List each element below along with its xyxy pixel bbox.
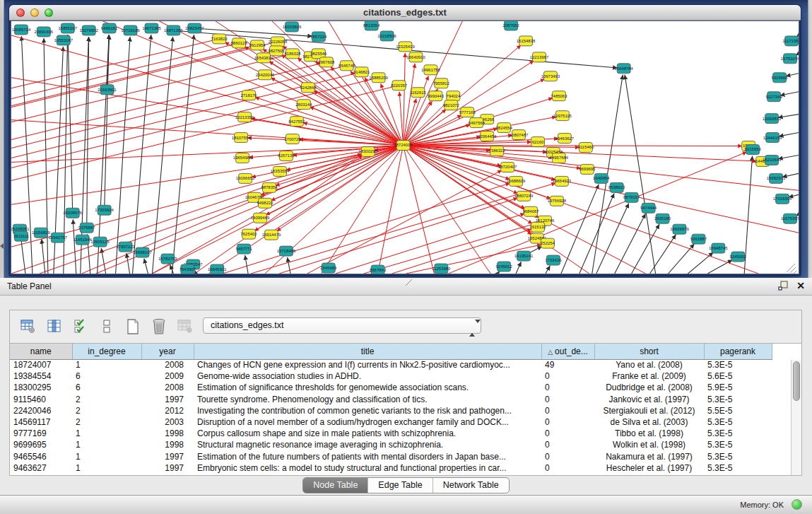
graph-node[interactable]: 9699695 bbox=[579, 164, 596, 174]
graph-node[interactable]: 8912954 bbox=[249, 40, 266, 50]
graph-node[interactable]: 2718176 bbox=[240, 90, 257, 100]
left-splitter-strip[interactable] bbox=[0, 0, 4, 278]
table-options-icon[interactable] bbox=[17, 316, 40, 337]
graph-node[interactable]: 9245012 bbox=[495, 262, 512, 271]
tab-edge-table[interactable]: Edge Table bbox=[367, 478, 432, 493]
graph-node[interactable]: 10553267 bbox=[54, 35, 73, 45]
graph-edge[interactable] bbox=[378, 146, 404, 274]
graph-node[interactable]: 16958107 bbox=[133, 247, 152, 257]
graph-node[interactable]: 11675357 bbox=[781, 214, 799, 223]
float-panel-icon[interactable] bbox=[778, 281, 788, 291]
graph-node[interactable]: 8186328 bbox=[284, 49, 301, 59]
graph-edge[interactable] bbox=[404, 146, 556, 180]
graph-node[interactable]: 12444159 bbox=[763, 133, 782, 143]
graph-node[interactable]: 18107554 bbox=[232, 133, 251, 143]
show-columns-icon[interactable] bbox=[69, 316, 92, 337]
graph-node[interactable]: 11156829 bbox=[32, 228, 50, 238]
right-splitter-strip[interactable] bbox=[808, 0, 812, 278]
graph-node[interactable]: 16948745 bbox=[709, 243, 728, 253]
graph-node[interactable]: 9498222 bbox=[257, 198, 273, 208]
graph-node[interactable]: 1162615 bbox=[410, 88, 426, 98]
graph-node[interactable]: 16939979 bbox=[670, 224, 689, 234]
graph-node[interactable]: 8813054 bbox=[363, 21, 380, 30]
graph-node[interactable]: 9457771 bbox=[235, 244, 252, 254]
graph-node[interactable]: 7857224 bbox=[310, 32, 327, 42]
column-header-year[interactable]: year bbox=[141, 344, 194, 359]
network-view-window[interactable]: citations_edges.txt 18724007183002957163… bbox=[9, 5, 801, 276]
graph-node[interactable]: 1640954 bbox=[593, 173, 610, 183]
graph-node[interactable]: 9821072 bbox=[443, 100, 460, 110]
table-chooser-dropdown[interactable]: citations_edges.txt bbox=[203, 317, 481, 334]
graph-node[interactable]: 12093872 bbox=[763, 114, 782, 124]
graph-edge[interactable] bbox=[404, 146, 551, 199]
graph-node[interactable]: 62160 bbox=[531, 137, 545, 147]
graph-node[interactable]: 3824554 bbox=[495, 123, 512, 133]
graph-edge[interactable] bbox=[73, 219, 76, 274]
graph-node[interactable]: 8427552 bbox=[288, 117, 305, 127]
graph-node[interactable]: 6879197 bbox=[623, 192, 640, 202]
graph-edge[interactable] bbox=[11, 42, 278, 107]
graph-edge[interactable] bbox=[516, 262, 521, 274]
graph-node[interactable]: 8538923 bbox=[608, 182, 625, 192]
graph-node[interactable]: 19654923 bbox=[553, 176, 572, 186]
graph-node[interactable]: 16210643 bbox=[763, 155, 782, 165]
graph-node[interactable]: 10973493 bbox=[541, 71, 560, 81]
graph-edge[interactable] bbox=[707, 259, 732, 274]
graph-node[interactable]: 1700726 bbox=[284, 134, 301, 144]
graph-edge[interactable] bbox=[245, 255, 248, 274]
graph-node[interactable]: 2967608 bbox=[318, 57, 335, 67]
graph-node[interactable]: 15823457 bbox=[185, 23, 204, 33]
graph-node[interactable]: 17359924 bbox=[95, 205, 114, 215]
graph-node[interactable]: 13942757 bbox=[49, 233, 68, 243]
close-panel-icon[interactable]: ✕ bbox=[796, 281, 805, 291]
graph-edge[interactable] bbox=[668, 244, 694, 274]
graph-node[interactable]: 2087682 bbox=[502, 21, 519, 30]
graph-node[interactable]: 9115460 bbox=[577, 143, 594, 153]
graph-node[interactable]: 9777169 bbox=[459, 107, 476, 117]
table-row[interactable]: 946362711997Embryonic stem cells: a mode… bbox=[10, 462, 772, 474]
graph-edge[interactable] bbox=[307, 170, 502, 274]
graph-node[interactable]: 9227349 bbox=[765, 92, 782, 102]
tab-node-table[interactable]: Node Table bbox=[303, 478, 367, 493]
graph-node[interactable]: 14671385 bbox=[142, 23, 161, 33]
column-header-title[interactable]: title bbox=[194, 344, 541, 359]
graph-node[interactable]: 10807487 bbox=[510, 130, 529, 140]
table-scrollbar[interactable] bbox=[791, 360, 801, 475]
graph-node[interactable]: 7386322 bbox=[489, 146, 506, 156]
graph-node[interactable]: 2545689 bbox=[320, 263, 337, 273]
table-row[interactable]: 2242004622012Investigating the contribut… bbox=[10, 405, 772, 416]
graph-edge[interactable] bbox=[223, 183, 510, 274]
graph-edge[interactable] bbox=[11, 146, 404, 247]
graph-node[interactable]: 7163822 bbox=[211, 34, 228, 44]
column-header-in_degree[interactable]: in_degree bbox=[72, 344, 141, 359]
graph-node[interactable]: 16154838 bbox=[517, 36, 536, 46]
tab-network-table[interactable]: Network Table bbox=[433, 478, 509, 493]
graph-node[interactable]: 12325419 bbox=[396, 42, 415, 52]
graph-node[interactable]: 7485063 bbox=[551, 91, 567, 101]
graph-node[interactable]: 1733426 bbox=[545, 255, 562, 265]
graph-node[interactable]: 9827505 bbox=[268, 46, 285, 56]
graph-edge[interactable] bbox=[625, 75, 656, 274]
graph-node[interactable]: 8067843 bbox=[370, 265, 387, 274]
table-row[interactable]: 1938455462009Genome-wide association stu… bbox=[10, 370, 772, 382]
table-row[interactable]: 969969511998Structural magnetic resonanc… bbox=[10, 439, 772, 450]
panel-resize-grip[interactable] bbox=[406, 279, 412, 286]
graph-node[interactable]: 7643907 bbox=[180, 264, 196, 274]
graph-edge[interactable] bbox=[579, 194, 614, 274]
graph-edge[interactable] bbox=[82, 154, 363, 274]
memory-status-led[interactable] bbox=[792, 499, 802, 510]
graph-node[interactable]: 12975115 bbox=[553, 111, 572, 121]
table-panel-header[interactable]: Table Panel ✕ bbox=[0, 278, 812, 296]
graph-edge[interactable] bbox=[276, 146, 403, 232]
delete-column-icon[interactable] bbox=[148, 316, 170, 337]
graph-edge[interactable] bbox=[42, 239, 45, 274]
canvas-resize-grip[interactable] bbox=[794, 271, 796, 274]
graph-node[interactable]: 252254 bbox=[541, 238, 555, 248]
graph-node[interactable]: 19218506 bbox=[377, 31, 396, 41]
network-graph[interactable]: 1872400718300295716382288601288912954222… bbox=[11, 21, 799, 274]
table-row[interactable]: 1830029562008Estimation of significance … bbox=[10, 382, 772, 393]
graph-node[interactable]: 16353554 bbox=[271, 166, 290, 176]
graph-node[interactable]: 15692971 bbox=[767, 173, 786, 183]
graph-node[interactable]: 2935180 bbox=[654, 214, 671, 223]
graph-edge[interactable] bbox=[208, 146, 403, 274]
